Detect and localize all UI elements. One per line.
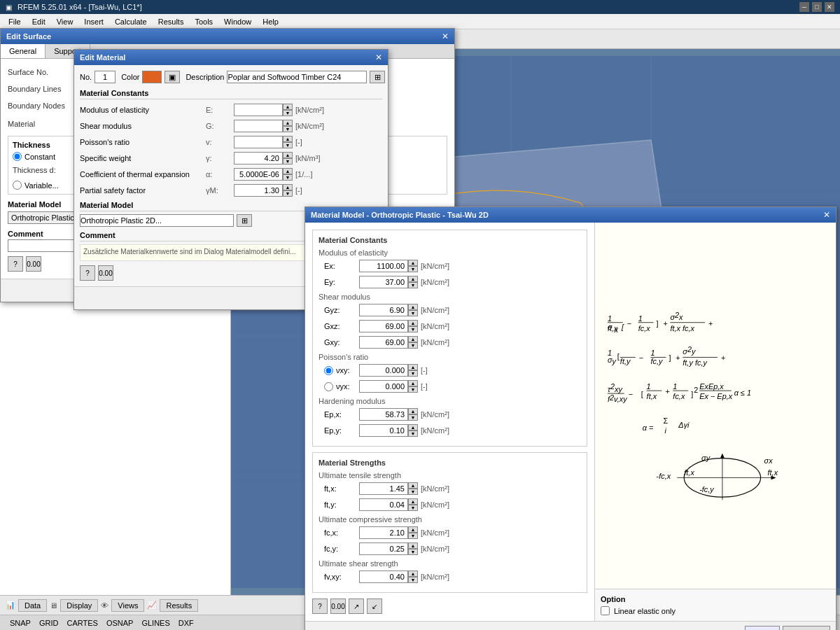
mm-fty-up[interactable]: ▲ <box>408 498 418 505</box>
status-cartes[interactable]: CARTES <box>62 617 102 629</box>
mm-vyx-down[interactable]: ▼ <box>408 386 418 393</box>
mat-calc-btn[interactable]: 0.00 <box>98 265 113 281</box>
mm-gyz-input[interactable] <box>359 304 408 316</box>
mm-ey-down[interactable]: ▼ <box>408 282 418 288</box>
mm-gxz-input[interactable] <box>359 320 408 332</box>
mm-fcy-down[interactable]: ▼ <box>408 549 418 555</box>
mat-color-swatch[interactable] <box>142 71 162 83</box>
menu-results[interactable]: Results <box>153 16 190 27</box>
mm-fcy-input[interactable] <box>359 542 408 555</box>
mat-specific-up[interactable]: ▲ <box>283 152 293 158</box>
mm-epx-input[interactable] <box>359 408 408 421</box>
mm-gyz-up[interactable]: ▲ <box>408 304 418 310</box>
mat-shear-up[interactable]: ▲ <box>283 120 293 126</box>
mat-shear-input[interactable] <box>234 120 283 132</box>
mm-vxy-input[interactable] <box>359 364 408 377</box>
status-dxf[interactable]: DXF <box>174 617 198 629</box>
mm-gxy-down[interactable]: ▼ <box>408 342 418 349</box>
mm-vyx-input[interactable] <box>359 380 408 393</box>
mat-modulus-down[interactable]: ▼ <box>283 110 293 116</box>
mat-thermal-input[interactable] <box>234 168 283 181</box>
mm-gxy-up[interactable]: ▲ <box>408 336 418 342</box>
mm-fcx-input[interactable] <box>359 526 408 539</box>
status-snap[interactable]: SNAP <box>6 617 35 629</box>
tab-general[interactable]: General <box>1 44 46 58</box>
maximize-button[interactable]: □ <box>812 2 822 12</box>
mat-model-btn[interactable]: ⊞ <box>237 214 252 227</box>
mm-export-btn[interactable]: ↗ <box>349 598 364 614</box>
mm-fvxy-down[interactable]: ▼ <box>408 577 418 583</box>
mm-vxy-up[interactable]: ▲ <box>408 364 418 370</box>
mat-color-btn[interactable]: ▣ <box>164 71 180 83</box>
status-grid[interactable]: GRID <box>35 617 63 629</box>
mm-ftx-up[interactable]: ▲ <box>408 482 418 489</box>
mat-model-close[interactable]: ✕ <box>823 210 830 220</box>
mat-partial-up[interactable]: ▲ <box>283 184 293 190</box>
mm-gxy-input[interactable] <box>359 336 408 349</box>
menu-tools[interactable]: Tools <box>189 16 218 27</box>
menu-window[interactable]: Window <box>218 16 257 27</box>
mm-help-btn[interactable]: ? <box>312 598 328 614</box>
menu-file[interactable]: File <box>3 16 27 27</box>
mat-partial-down[interactable]: ▼ <box>283 190 293 197</box>
linear-elastic-label[interactable]: Linear elastic only <box>601 606 830 615</box>
nav-results[interactable]: Results <box>160 599 198 612</box>
mm-epx-down[interactable]: ▼ <box>408 414 418 421</box>
mat-no-input[interactable] <box>94 71 115 83</box>
mat-thermal-down[interactable]: ▼ <box>283 174 293 181</box>
mm-ftx-down[interactable]: ▼ <box>408 489 418 495</box>
calc-btn[interactable]: 0.00 <box>26 256 41 272</box>
mat-poisson-up[interactable]: ▲ <box>283 136 293 142</box>
menu-edit[interactable]: Edit <box>27 16 51 27</box>
mm-ex-input[interactable] <box>359 260 408 272</box>
mm-calc-btn[interactable]: 0.00 <box>330 598 346 614</box>
mat-poisson-down[interactable]: ▼ <box>283 142 293 148</box>
edit-surface-title-bar[interactable]: Edit Surface ✕ <box>1 29 454 44</box>
mm-epx-up[interactable]: ▲ <box>408 408 418 414</box>
minimize-button[interactable]: ─ <box>799 2 809 12</box>
menu-calculate[interactable]: Calculate <box>109 16 153 27</box>
menu-help[interactable]: Help <box>257 16 284 27</box>
mm-fty-down[interactable]: ▼ <box>408 505 418 511</box>
mm-vxy-down[interactable]: ▼ <box>408 370 418 377</box>
edit-surface-close[interactable]: ✕ <box>442 31 449 41</box>
help-btn[interactable]: ? <box>8 256 23 272</box>
mat-model-cancel[interactable]: Cancel <box>783 626 830 630</box>
mm-gxz-down[interactable]: ▼ <box>408 326 418 332</box>
edit-material-title-bar[interactable]: Edit Material ✕ <box>74 50 388 65</box>
mm-epy-up[interactable]: ▲ <box>408 424 418 430</box>
menu-view[interactable]: View <box>51 16 79 27</box>
mm-vxy-radio[interactable]: νxy: <box>324 366 359 375</box>
mm-import-btn[interactable]: ↙ <box>367 598 382 614</box>
mm-ftx-input[interactable] <box>359 482 408 495</box>
mm-ex-down[interactable]: ▼ <box>408 266 418 272</box>
mat-specific-down[interactable]: ▼ <box>283 158 293 164</box>
nav-views[interactable]: Views <box>111 599 144 612</box>
menu-insert[interactable]: Insert <box>78 16 109 27</box>
mm-fcx-down[interactable]: ▼ <box>408 533 418 539</box>
mat-shear-down[interactable]: ▼ <box>283 126 293 132</box>
linear-elastic-checkbox[interactable] <box>601 606 610 615</box>
mm-epy-input[interactable] <box>359 424 408 437</box>
mm-gyz-down[interactable]: ▼ <box>408 310 418 316</box>
mm-fcy-up[interactable]: ▲ <box>408 542 418 549</box>
thickness-constant-radio[interactable]: Constant <box>13 152 55 161</box>
close-button[interactable]: ✕ <box>825 2 834 12</box>
mm-vyx-radio[interactable]: νyx: <box>324 382 359 391</box>
mat-specific-input[interactable] <box>234 152 283 164</box>
mat-partial-input[interactable] <box>234 184 283 197</box>
nav-display[interactable]: Display <box>60 599 98 612</box>
nav-data[interactable]: Data <box>18 599 47 612</box>
mm-vyx-up[interactable]: ▲ <box>408 380 418 386</box>
mm-fcx-up[interactable]: ▲ <box>408 526 418 533</box>
mat-thermal-up[interactable]: ▲ <box>283 168 293 174</box>
mm-ex-up[interactable]: ▲ <box>408 260 418 266</box>
mat-modulus-input[interactable] <box>234 104 283 116</box>
mm-ey-input[interactable] <box>359 276 408 288</box>
mm-epy-down[interactable]: ▼ <box>408 430 418 437</box>
status-glines[interactable]: GLINES <box>137 617 174 629</box>
mat-poisson-input[interactable] <box>234 136 283 148</box>
mm-fvxy-input[interactable] <box>359 570 408 583</box>
mat-model-ok[interactable]: OK <box>745 626 780 630</box>
mat-help-btn[interactable]: ? <box>80 265 95 281</box>
